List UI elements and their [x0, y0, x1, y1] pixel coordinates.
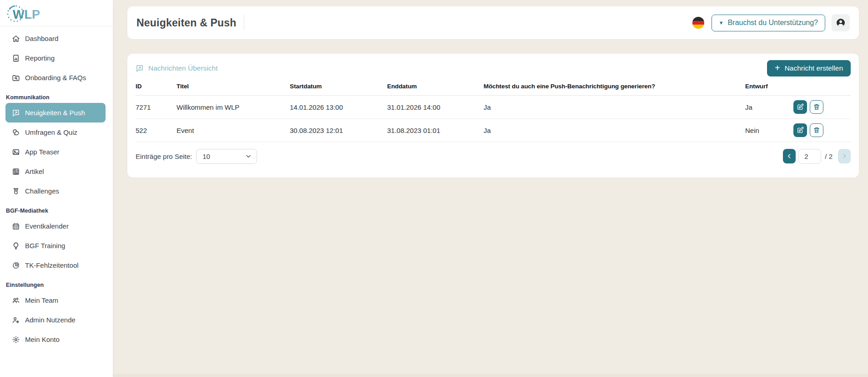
- cell-startdatum: 14.01.2026 13:00: [290, 96, 387, 119]
- sidebar-item-label: Mein Konto: [25, 336, 60, 343]
- sidebar-item-artikel[interactable]: Artikel: [5, 162, 106, 181]
- sidebar-item-label: TK-Fehlzeitentool: [25, 261, 79, 269]
- user-avatar-button[interactable]: [832, 14, 850, 31]
- table-row: 7271 Willkommen im WLP 14.01.2026 13:00 …: [136, 96, 851, 119]
- cell-entwurf: Ja: [745, 96, 791, 119]
- sidebar-item-tk-fehlzeitentool[interactable]: TK-Fehlzeitentool: [5, 255, 106, 275]
- sidebar-item-eventkalender[interactable]: Eventkalender: [5, 216, 106, 236]
- chat-bubbles-icon: [12, 128, 20, 137]
- gear-icon: [12, 336, 20, 344]
- sidebar-item-dashboard[interactable]: Dashboard: [5, 29, 106, 48]
- lightbulb-icon: [12, 242, 20, 250]
- create-message-label: Nachricht erstellen: [785, 64, 843, 72]
- sidebar-item-label: Eventkalender: [25, 222, 69, 230]
- home-icon: [12, 35, 20, 43]
- title-divider: [244, 15, 244, 31]
- edit-button[interactable]: [793, 123, 807, 137]
- per-page-value: 10: [202, 153, 210, 160]
- cell-startdatum: 30.08.2023 12:01: [290, 119, 387, 142]
- message-share-icon: [12, 109, 20, 117]
- sidebar-item-admin-nutzende[interactable]: Admin Nutzende: [5, 310, 106, 330]
- message-share-icon: [136, 64, 144, 72]
- sidebar-item-label: Admin Nutzende: [25, 316, 76, 324]
- column-header-enddatum: Enddatum: [387, 80, 484, 96]
- svg-text:WLP: WLP: [13, 8, 40, 21]
- cell-push: Ja: [484, 96, 745, 119]
- table-row: 522 Event 30.08.2023 12:01 31.08.2023 01…: [136, 119, 851, 142]
- trash-icon: [813, 127, 820, 134]
- sidebar-item-label: App Teaser: [25, 148, 60, 156]
- chevron-left-icon: [786, 153, 793, 160]
- page-number-input[interactable]: [798, 149, 821, 164]
- next-page-button[interactable]: [838, 149, 851, 163]
- cell-titel: Event: [177, 119, 290, 142]
- sidebar-item-label: BGF Training: [25, 242, 65, 250]
- user-gear-icon: [12, 316, 20, 324]
- cell-entwurf: Nein: [745, 119, 791, 142]
- bottom-strip: [113, 374, 868, 377]
- sidebar-item-label: Neuigkeiten & Push: [25, 109, 85, 117]
- cell-push: Ja: [484, 119, 745, 142]
- sidebar: WLP Dashboard Reporting Onboarding & FAQ…: [0, 0, 113, 377]
- cell-enddatum: 31.01.2026 14:00: [387, 96, 484, 119]
- sidebar-item-onboarding-faqs[interactable]: Onboarding & FAQs: [5, 68, 106, 87]
- section-title-bgf-mediathek: BGF-Mediathek: [0, 205, 113, 216]
- sidebar-item-label: Reporting: [25, 54, 55, 62]
- sidebar-item-neuigkeiten-push[interactable]: Neuigkeiten & Push: [5, 103, 106, 122]
- delete-button[interactable]: [810, 123, 823, 137]
- create-message-button[interactable]: + Nachricht erstellen: [767, 60, 851, 76]
- edit-button[interactable]: [793, 100, 807, 114]
- sidebar-item-bgf-training[interactable]: BGF Training: [5, 236, 106, 255]
- sidebar-item-challenges[interactable]: Challenges: [5, 181, 106, 201]
- edit-icon: [797, 103, 804, 111]
- column-header-titel: Titel: [177, 80, 290, 96]
- delete-button[interactable]: [810, 100, 823, 114]
- calendar-icon: [12, 222, 20, 230]
- messages-card: Nachrichten Übersicht + Nachricht erstel…: [127, 54, 859, 178]
- pie-chart-icon: [12, 261, 20, 270]
- cell-id: 522: [136, 119, 177, 142]
- messages-table: ID Titel Startdatum Enddatum Möchtest du…: [136, 80, 851, 142]
- chevron-down-icon: [245, 153, 252, 160]
- language-flag-german-icon[interactable]: [692, 17, 704, 29]
- newspaper-icon: [12, 168, 20, 176]
- overview-link-label: Nachrichten Übersicht: [148, 64, 217, 72]
- sidebar-item-label: Onboarding & FAQs: [25, 74, 86, 82]
- support-button-label: Brauchst du Unterstützung?: [728, 19, 818, 27]
- sidebar-item-label: Mein Team: [25, 296, 58, 304]
- caret-down-icon: ▼: [719, 20, 724, 25]
- report-icon: [12, 54, 20, 62]
- trash-icon: [813, 103, 820, 111]
- folder-search-icon: [12, 74, 20, 82]
- image-icon: [12, 148, 20, 156]
- chevron-right-icon: [841, 153, 848, 160]
- sidebar-item-label: Umfragen & Quiz: [25, 128, 77, 136]
- sidebar-item-mein-team[interactable]: Mein Team: [5, 290, 106, 310]
- column-header-id: ID: [136, 80, 177, 96]
- page-total-label: / 2: [825, 153, 833, 160]
- page-header: Neuigkeiten & Push ▼ Brauchst du Unterst…: [127, 6, 859, 39]
- sidebar-item-umfragen-quiz[interactable]: Umfragen & Quiz: [5, 122, 106, 142]
- wlp-logo-icon: WLP: [5, 3, 46, 24]
- table-header-row: ID Titel Startdatum Enddatum Möchtest du…: [136, 80, 851, 96]
- sidebar-item-mein-konto[interactable]: Mein Konto: [5, 330, 106, 349]
- per-page-label: Einträge pro Seite:: [136, 153, 192, 160]
- sidebar-item-app-teaser[interactable]: App Teaser: [5, 142, 106, 162]
- logo[interactable]: WLP: [0, 0, 113, 26]
- messages-overview-link[interactable]: Nachrichten Übersicht: [136, 64, 217, 72]
- sidebar-item-reporting[interactable]: Reporting: [5, 48, 106, 68]
- column-header-entwurf: Entwurf: [745, 80, 791, 96]
- cell-enddatum: 31.08.2023 01:01: [387, 119, 484, 142]
- per-page-select[interactable]: 10: [196, 149, 257, 164]
- plus-icon: +: [775, 63, 780, 72]
- sidebar-item-label: Challenges: [25, 187, 59, 195]
- column-header-actions: [791, 80, 851, 96]
- section-title-einstellungen: Einstellungen: [0, 280, 113, 290]
- sidebar-nav: Dashboard Reporting Onboarding & FAQs Ko…: [0, 26, 113, 349]
- cell-titel: Willkommen im WLP: [177, 96, 290, 119]
- support-button[interactable]: ▼ Brauchst du Unterstützung?: [712, 15, 825, 31]
- previous-page-button[interactable]: [783, 149, 796, 163]
- team-icon: [12, 296, 20, 305]
- section-title-kommunikation: Kommunikation: [0, 92, 113, 103]
- sidebar-item-label: Dashboard: [25, 35, 58, 42]
